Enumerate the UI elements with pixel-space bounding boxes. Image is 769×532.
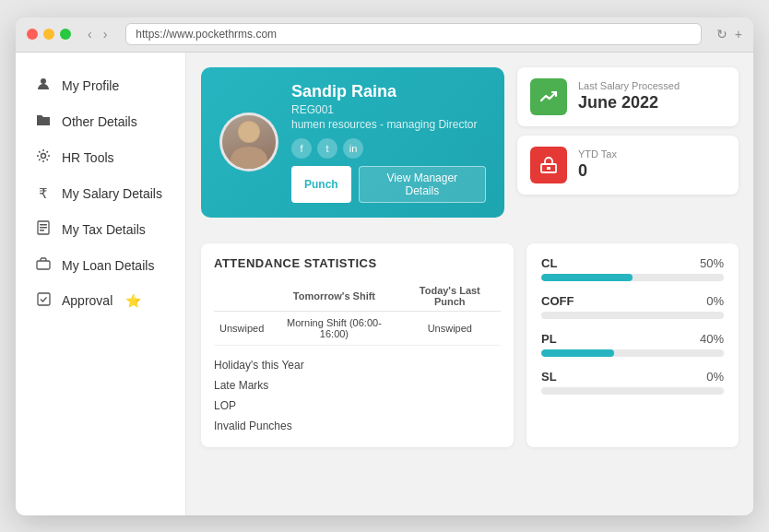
- salary-card-content: Last Salary Processed June 2022: [578, 80, 680, 112]
- leave-stat-sl-bar-bg: [541, 387, 724, 395]
- svg-point-1: [41, 153, 46, 158]
- attendance-table: Tomorrow's Shift Today's Last Punch Unsw…: [214, 281, 501, 346]
- nav-buttons: ‹ ›: [84, 25, 111, 43]
- close-button[interactable]: [27, 29, 38, 40]
- leave-stat-sl-label: SL: [541, 370, 557, 384]
- minimize-button[interactable]: [43, 29, 54, 40]
- sidebar-label-hr-tools: HR Tools: [62, 150, 114, 165]
- new-tab-icon[interactable]: +: [735, 27, 742, 41]
- linkedin-icon[interactable]: in: [343, 138, 363, 159]
- salary-card-label: Last Salary Processed: [578, 80, 680, 91]
- leave-stat-coff-header: COFF 0%: [541, 294, 724, 308]
- leave-stat-pl: PL 40%: [541, 332, 724, 357]
- ytd-card-label: YTD Tax: [578, 148, 617, 160]
- attendance-item-late-marks: Late Marks: [214, 377, 501, 394]
- social-icons: f t in: [291, 138, 486, 159]
- approval-icon: [34, 292, 53, 310]
- sidebar-item-my-tax[interactable]: My Tax Details: [16, 211, 185, 248]
- salary-icon: [530, 78, 567, 115]
- punch-button[interactable]: Punch: [291, 166, 351, 203]
- leave-stat-coff-pct: 0%: [706, 294, 724, 308]
- leave-stat-coff: COFF 0%: [541, 294, 724, 319]
- view-manager-button[interactable]: View Manager Details: [359, 166, 486, 203]
- leave-stat-coff-bar-bg: [541, 312, 724, 319]
- attendance-title: ATTENDANCE STATISTICS: [214, 256, 501, 270]
- url-text: https://www.pockethrms.com: [136, 28, 277, 41]
- profile-name: Sandip Raina: [291, 82, 486, 101]
- leave-stat-coff-label: COFF: [541, 294, 574, 308]
- sidebar-label-other-details: Other Details: [62, 114, 137, 129]
- gear-icon: [34, 148, 53, 167]
- url-bar[interactable]: https://www.pockethrms.com: [125, 23, 701, 45]
- attendance-item-lop: LOP: [214, 397, 501, 414]
- svg-rect-6: [37, 261, 50, 269]
- leave-stats-panel: CL 50% COFF 0%: [526, 243, 739, 447]
- sidebar-item-my-salary[interactable]: ₹ My Salary Details: [16, 176, 185, 211]
- leave-stat-sl-pct: 0%: [706, 370, 724, 384]
- salary-card: Last Salary Processed June 2022: [517, 67, 739, 126]
- sidebar-item-my-loan[interactable]: My Loan Details: [16, 248, 185, 283]
- leave-stat-cl-label: CL: [541, 256, 557, 270]
- bottom-area: ATTENDANCE STATISTICS Tomorrow's Shift T…: [201, 243, 739, 447]
- cell-shift: Morning Shift (06:00-16:00): [269, 311, 398, 345]
- sidebar-label-my-salary: My Salary Details: [62, 186, 162, 201]
- svg-rect-12: [547, 167, 550, 170]
- maximize-button[interactable]: [60, 29, 71, 40]
- svg-point-0: [41, 78, 46, 84]
- traffic-lights: [27, 29, 71, 40]
- sidebar-item-other-details[interactable]: Other Details: [16, 104, 185, 139]
- leave-stat-pl-header: PL 40%: [541, 332, 724, 346]
- sidebar-item-approval[interactable]: Approval ⭐: [16, 283, 185, 319]
- browser-content: My Profile Other Details HR Tools ₹ My S…: [16, 53, 753, 515]
- svg-rect-3: [40, 224, 47, 226]
- sidebar: My Profile Other Details HR Tools ₹ My S…: [16, 53, 186, 515]
- svg-rect-7: [38, 293, 50, 305]
- leave-stat-pl-pct: 40%: [700, 332, 724, 346]
- twitter-icon[interactable]: t: [317, 138, 337, 159]
- svg-rect-5: [40, 230, 44, 231]
- ytd-icon: [530, 147, 567, 183]
- browser-window: ‹ › https://www.pockethrms.com ↻ + My Pr…: [16, 18, 753, 515]
- svg-point-10: [239, 122, 259, 142]
- sidebar-label-my-tax: My Tax Details: [62, 222, 146, 237]
- reload-icon[interactable]: ↻: [716, 27, 728, 41]
- browser-titlebar: ‹ › https://www.pockethrms.com ↻ +: [16, 18, 753, 53]
- profile-card: Sandip Raina REG001 humen resources - ma…: [201, 67, 504, 218]
- ytd-card: YTD Tax 0: [517, 136, 739, 195]
- facebook-icon[interactable]: f: [291, 138, 312, 159]
- back-button[interactable]: ‹: [84, 25, 96, 43]
- tax-icon: [34, 220, 53, 239]
- person-icon: [34, 77, 53, 95]
- col-today-header: Today's Last Punch: [399, 281, 501, 312]
- attendance-item-holidays: Holiday's this Year: [214, 357, 501, 373]
- main-content: Sandip Raina REG001 humen resources - ma…: [186, 53, 753, 515]
- sidebar-item-hr-tools[interactable]: HR Tools: [16, 139, 185, 176]
- attendance-items: Holiday's this Year Late Marks LOP Inval…: [214, 357, 501, 434]
- leave-stat-sl: SL 0%: [541, 370, 724, 395]
- profile-info: Sandip Raina REG001 humen resources - ma…: [291, 82, 486, 203]
- profile-role: humen resources - managing Director: [291, 118, 486, 131]
- col-tomorrow-header: Tomorrow's Shift: [269, 281, 398, 312]
- leave-stat-pl-bar-bg: [541, 349, 724, 357]
- table-row: Unswiped Morning Shift (06:00-16:00) Uns…: [214, 311, 501, 345]
- sidebar-item-my-profile[interactable]: My Profile: [16, 67, 185, 104]
- top-left: Sandip Raina REG001 humen resources - ma…: [201, 67, 504, 231]
- leave-stat-cl-header: CL 50%: [541, 256, 724, 270]
- briefcase-icon: [34, 257, 53, 274]
- cell-last-punch: Unswiped: [399, 311, 501, 345]
- attendance-item-invalid-punches: Invalid Punches: [214, 418, 501, 434]
- leave-stat-pl-bar-fill: [541, 349, 614, 357]
- attendance-section: ATTENDANCE STATISTICS Tomorrow's Shift T…: [201, 243, 514, 447]
- leave-stat-cl: CL 50%: [541, 256, 724, 281]
- leave-stat-cl-bar-bg: [541, 274, 724, 281]
- forward-button[interactable]: ›: [100, 25, 112, 43]
- avatar: [219, 112, 278, 171]
- leave-stat-sl-header: SL 0%: [541, 370, 724, 384]
- approval-badge: ⭐: [125, 293, 141, 308]
- leave-stat-cl-bar-fill: [541, 274, 633, 281]
- sidebar-label-my-profile: My Profile: [62, 78, 119, 93]
- col-unswiped-header: [214, 281, 269, 312]
- leave-stat-cl-pct: 50%: [700, 256, 724, 270]
- leave-stat-pl-label: PL: [541, 332, 557, 346]
- browser-actions: ↻ +: [716, 27, 742, 41]
